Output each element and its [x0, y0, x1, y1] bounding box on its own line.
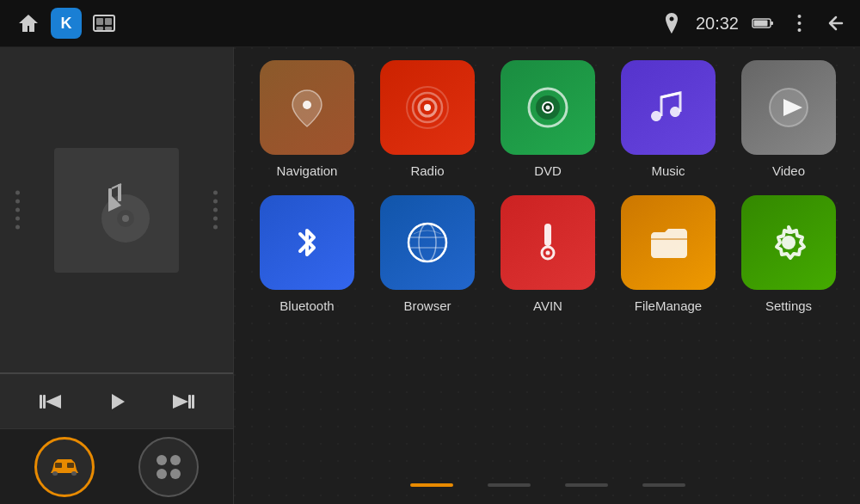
svg-point-33 — [424, 104, 431, 111]
main-layout: Navigation Radio — [0, 47, 860, 504]
svg-point-29 — [303, 101, 311, 109]
speaker-right — [213, 191, 218, 230]
svg-rect-20 — [188, 395, 191, 409]
music-display — [0, 47, 233, 372]
svg-rect-18 — [43, 395, 46, 409]
avin-icon — [501, 195, 595, 290]
app-dvd[interactable]: DVD — [492, 60, 604, 178]
gallery-button[interactable] — [89, 8, 120, 39]
bluetooth-icon — [260, 195, 354, 290]
svg-rect-44 — [544, 224, 551, 246]
svg-point-9 — [797, 22, 801, 25]
page-dot-3[interactable] — [565, 483, 608, 487]
svg-rect-22 — [71, 471, 77, 476]
app-video[interactable]: Video — [733, 60, 845, 178]
app-radio[interactable]: Radio — [372, 60, 483, 178]
speaker-left — [15, 191, 20, 230]
svg-point-13 — [122, 215, 129, 222]
page-dot-2[interactable] — [488, 483, 531, 487]
app-grid-area: Navigation Radio — [234, 47, 860, 504]
svg-point-46 — [546, 251, 550, 255]
app-settings[interactable]: Settings — [733, 195, 845, 313]
app-rows: Navigation Radio — [243, 60, 853, 470]
svg-rect-7 — [771, 22, 773, 25]
svg-point-37 — [546, 106, 550, 110]
avin-label: AVIN — [533, 298, 562, 313]
sidebar — [0, 47, 234, 504]
album-art — [54, 148, 179, 273]
next-button[interactable] — [171, 391, 195, 412]
svg-point-26 — [170, 455, 181, 465]
music-icon — [621, 60, 716, 155]
app-music[interactable]: Music — [612, 60, 724, 178]
svg-rect-24 — [67, 463, 74, 468]
svg-rect-21 — [52, 471, 58, 476]
apps-button[interactable] — [138, 437, 199, 497]
prev-button[interactable] — [39, 391, 63, 412]
svg-point-40 — [419, 224, 436, 261]
video-label: Video — [772, 163, 805, 178]
svg-rect-2 — [105, 18, 112, 25]
dvd-label: DVD — [534, 163, 562, 178]
music-label: Music — [651, 163, 685, 178]
svg-rect-19 — [192, 395, 194, 409]
svg-point-47 — [782, 236, 796, 249]
battery-icon — [751, 11, 775, 35]
menu-icon[interactable] — [787, 11, 811, 35]
svg-rect-3 — [96, 27, 103, 30]
dvd-icon — [501, 60, 595, 155]
page-dot-1[interactable] — [410, 483, 453, 487]
svg-point-27 — [157, 469, 167, 479]
radio-icon — [380, 60, 475, 155]
page-indicators — [243, 470, 853, 504]
filemanager-icon — [621, 195, 716, 290]
svg-point-10 — [797, 28, 801, 32]
k-app-icon[interactable]: K — [51, 8, 82, 39]
svg-rect-1 — [96, 18, 103, 25]
svg-point-8 — [797, 15, 801, 18]
svg-rect-17 — [40, 395, 42, 409]
app-filemanager[interactable]: FileManage — [612, 195, 724, 313]
svg-point-25 — [157, 455, 167, 465]
settings-label: Settings — [765, 298, 812, 313]
settings-icon — [741, 195, 836, 290]
back-button[interactable] — [823, 11, 847, 35]
status-time: 20:32 — [696, 14, 739, 34]
filemanager-label: FileManage — [635, 298, 702, 313]
app-navigation[interactable]: Navigation — [251, 60, 363, 178]
video-icon — [741, 60, 836, 155]
navigation-label: Navigation — [277, 163, 338, 178]
app-row-1: Navigation Radio — [243, 60, 853, 178]
svg-point-28 — [170, 469, 181, 479]
browser-icon — [380, 195, 475, 290]
bluetooth-label: Bluetooth — [280, 298, 334, 313]
app-bluetooth[interactable]: Bluetooth — [251, 195, 363, 313]
svg-rect-14 — [108, 188, 112, 206]
navigation-icon — [260, 60, 354, 155]
sidebar-bottom — [0, 428, 233, 504]
location-icon — [660, 11, 684, 35]
radio-label: Radio — [410, 163, 444, 178]
browser-label: Browser — [403, 298, 451, 313]
svg-rect-15 — [118, 184, 121, 201]
status-bar: K 20:32 — [0, 0, 860, 47]
svg-rect-4 — [105, 27, 112, 30]
play-button[interactable] — [105, 390, 129, 414]
app-browser[interactable]: Browser — [372, 195, 483, 313]
svg-rect-23 — [55, 463, 62, 468]
svg-point-43 — [408, 224, 446, 261]
playback-controls — [0, 372, 233, 428]
car-button[interactable] — [34, 437, 95, 497]
page-dot-4[interactable] — [642, 483, 685, 487]
svg-rect-6 — [754, 21, 768, 27]
app-row-2: Bluetooth Browser — [243, 195, 853, 313]
home-button[interactable] — [13, 8, 44, 39]
app-avin[interactable]: AVIN — [492, 195, 604, 313]
